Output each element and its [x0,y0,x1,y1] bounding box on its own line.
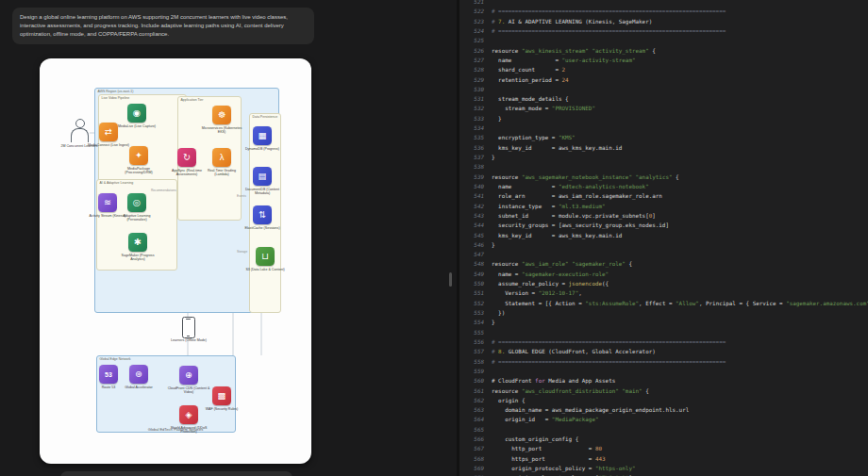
code-line: 556# ===================================… [459,337,868,347]
line-number: 559 [459,367,484,376]
line-number: 544 [459,221,484,230]
line-content: resource "aws_kinesis_stream" "activity_… [492,46,868,56]
dynamodb-glyph: ▦ [259,131,267,140]
line-number: 539 [459,172,484,182]
line-number: 536 [459,143,484,153]
mediapackage-icon: ✦MediaPackage (Processing/DRM) [129,146,148,165]
line-number: 523 [459,17,484,26]
code-line: 541 role_arn = aws_iam_role.sagemaker_ro… [459,191,868,201]
diagram-caption: Global EdTech Platform Services [40,427,311,432]
line-content [492,425,868,435]
code-line: 524# ===================================… [459,26,868,36]
lambda-label: Real-Time Grading (Lambda) [200,169,243,177]
elasticache-icon: ⇅ElastiCache (Sessions) [253,205,272,224]
dynamodb-label: DynamoDB (Progress) [241,147,284,151]
next-message-peek[interactable] [60,471,292,476]
code-line: 540 name = "edtech-analytics-notebook" [459,182,868,191]
line-number: 525 [459,36,484,45]
line-number: 561 [459,386,484,396]
line-content: stream_mode_details { [492,94,868,104]
documentdb-icon: ▤DocumentDB (Content Metadata) [253,167,272,186]
elasticache-glyph: ⇅ [259,210,266,220]
line-content: # 8. GLOBAL EDGE (CloudFront, Global Acc… [492,347,868,356]
line-content: }) [492,308,868,318]
line-number: 551 [459,288,484,298]
line-number: 547 [459,250,484,259]
code-line: 528 shard_count = 2 [459,65,868,74]
route53-glyph: 53 [105,371,112,378]
line-number: 549 [459,270,484,279]
prompt-text: Design a global online learning platform… [20,14,288,37]
line-number: 522 [459,7,484,16]
line-number: 568 [459,454,484,464]
global-accelerator-label: Global Accelerator [117,386,160,389]
line-number: 533 [459,114,484,123]
line-content: subnet_id = module.vpc.private_subnets[0… [492,211,868,221]
line-number: 535 [459,133,484,142]
code-line: 537} [459,153,868,162]
code-line: 529 retention_period = 24 [459,75,868,85]
code-line: 526resource "aws_kinesis_stream" "activi… [459,46,868,56]
line-number: 557 [459,347,484,356]
line-number: 548 [459,259,484,269]
code-line: 538 [459,162,868,172]
line-content: security_groups = [aws_security_group.ek… [492,221,868,230]
s3-glyph: ⊔ [261,252,268,261]
line-number: 538 [459,162,484,172]
medialive-icon: ◉MediaLive (Live Capture) [127,104,146,123]
sagemaker-label: SageMaker (Progress Analytics) [116,254,159,262]
appsync-icon: ↻AppSync (Real-time Assessments) [177,148,196,167]
pane-divider-handle[interactable] [449,272,452,287]
line-number: 541 [459,191,484,201]
line-number: 545 [459,231,484,240]
phone-homebar [187,336,190,336]
line-content: instance_type = "ml.t3.medium" [492,202,868,211]
line-number: 566 [459,435,484,444]
line-content: # ======================================… [492,357,868,367]
code-line: 552 Statement = [{ Action = "sts:AssumeR… [459,299,868,308]
code-line: 569 origin_protocol_policy = "https-only… [459,464,868,473]
line-content: origin_protocol_policy = "https-only" [492,464,868,473]
kinesis-glyph: ≋ [104,198,111,207]
line-content: http_port = 80 [492,444,868,453]
line-content: stream_mode = "PROVISIONED" [492,104,868,113]
line-number: 531 [459,94,484,104]
line-number: 524 [459,26,484,36]
code-editor[interactable]: 521522# ================================… [459,0,868,476]
line-number: 564 [459,415,484,424]
group-label-aws-region: AWS Region (us-east-1) [98,90,134,93]
line-content [492,162,868,172]
line-content: https_port = 443 [492,454,868,464]
line-content: name = "sagemaker-execution-role" [492,270,868,279]
code-line: 522# ===================================… [459,7,868,16]
code-line: 523# 7. AI & ADAPTIVE LEARNING (Kinesis,… [459,17,868,26]
line-number: 554 [459,318,484,327]
group-label-application-tier: Application Tier [181,98,204,102]
code-line: 536 kms_key_id = aws_kms_key.main.id [459,143,868,153]
documentdb-glyph: ▤ [259,172,267,181]
code-line: 560# CloudFront for Media and App Assets [459,376,868,386]
group-label-global-edge-network: Global Edge Network [100,357,131,361]
line-number: 542 [459,202,484,211]
line-content: name = "user-activity-stream" [492,56,868,65]
code-line: 531 stream_mode_details { [459,94,868,104]
line-content [492,36,868,45]
code-line: 547 [459,250,868,259]
code-line: 521 [459,0,868,7]
line-content: # ======================================… [492,26,868,36]
code-line: 565 [459,425,868,435]
code-line: 545 kms_key_id = aws_kms_key.main.id [459,231,868,240]
code-line: 546} [459,240,868,250]
mediaconnect-glyph: ⇄ [105,127,112,137]
code-line: 564 origin_id = "MediaPackage" [459,415,868,424]
line-content: } [492,153,868,162]
code-line: 534 [459,123,868,133]
person-head [75,119,85,128]
code-line: 555 [459,328,868,337]
line-content [492,328,868,337]
cloudfront-icon: ⊕CloudFront CDN (Content & Video) [179,366,198,385]
personalize-glyph: ◎ [133,198,141,207]
code-line: 561resource "aws_cloudfront_distribution… [459,386,868,396]
diagram-canvas[interactable]: AWS Region (us-east-1)Live Video Pipelin… [40,58,311,464]
line-content: domain_name = aws_media_package_origin_e… [492,405,868,415]
